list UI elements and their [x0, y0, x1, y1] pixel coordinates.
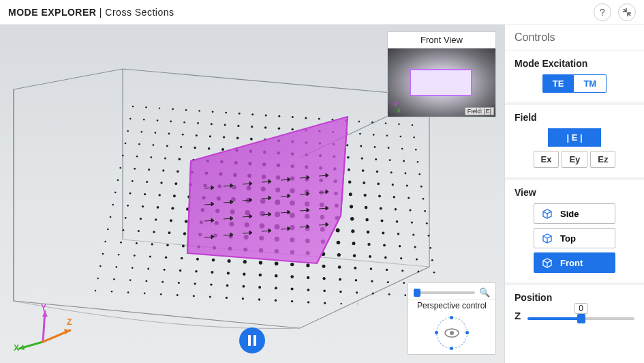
field-mag-button[interactable]: | E | — [548, 128, 600, 147]
svg-point-148 — [349, 192, 352, 196]
view-side-button[interactable]: Side — [534, 203, 615, 224]
pause-button[interactable] — [239, 328, 265, 353]
svg-point-216 — [382, 231, 384, 234]
section-position: Position Z 0 — [505, 285, 644, 332]
svg-point-194 — [381, 219, 384, 222]
svg-point-151 — [393, 196, 395, 198]
svg-point-313 — [178, 282, 180, 284]
svg-point-167 — [305, 201, 309, 206]
zoom-slider[interactable] — [414, 291, 475, 294]
field-ex-button[interactable]: Ex — [534, 151, 559, 168]
svg-point-278 — [322, 265, 326, 268]
svg-point-263 — [431, 259, 433, 261]
svg-point-98 — [262, 162, 266, 166]
svg-marker-385 — [249, 214, 252, 218]
svg-point-195 — [396, 220, 399, 223]
view-top-label: Top — [560, 233, 576, 244]
svg-point-239 — [399, 245, 401, 247]
svg-point-87 — [417, 161, 419, 163]
svg-point-327 — [404, 294, 406, 296]
svg-point-134 — [146, 181, 148, 183]
axis-z-label: Z — [67, 317, 72, 327]
collapse-icon[interactable] — [618, 3, 636, 21]
view-front-button[interactable]: Front — [534, 252, 615, 273]
svg-point-286 — [99, 265, 102, 267]
svg-marker-391 — [307, 208, 309, 212]
page-subtitle: Cross Sections — [105, 7, 174, 18]
svg-point-25 — [170, 121, 172, 123]
svg-point-71 — [194, 147, 196, 149]
svg-point-288 — [132, 267, 134, 269]
svg-point-139 — [218, 184, 222, 188]
svg-marker-361 — [288, 177, 290, 182]
svg-point-302 — [355, 279, 358, 282]
svg-point-102 — [319, 166, 322, 170]
header-actions: ? — [594, 3, 636, 21]
svg-line-384 — [243, 216, 252, 217]
svg-point-75 — [249, 150, 252, 153]
svg-line-362 — [300, 177, 309, 178]
help-icon[interactable]: ? — [594, 3, 611, 21]
view-top-button[interactable]: Top — [534, 228, 615, 248]
svg-point-26 — [183, 121, 185, 124]
svg-point-65 — [415, 149, 417, 151]
svg-point-7 — [225, 112, 227, 114]
svg-point-86 — [403, 160, 405, 162]
svg-point-279 — [338, 265, 341, 269]
svg-point-164 — [260, 199, 266, 204]
field-ez-button[interactable]: Ez — [590, 151, 615, 168]
magnify-icon[interactable]: 🔍 — [479, 287, 490, 297]
position-slider[interactable]: 0 — [527, 308, 634, 322]
svg-point-298 — [290, 275, 294, 278]
svg-point-176 — [112, 204, 114, 206]
mode-te-button[interactable]: TE — [542, 74, 574, 93]
svg-point-226 — [198, 233, 202, 236]
svg-point-337 — [209, 296, 211, 298]
svg-point-246 — [166, 244, 169, 246]
svg-line-374 — [281, 196, 290, 197]
svg-point-227 — [213, 233, 217, 237]
svg-point-310 — [129, 279, 132, 281]
svg-marker-403 — [288, 227, 290, 231]
field-ey-button[interactable]: Ey — [562, 151, 587, 168]
svg-point-155 — [129, 192, 132, 194]
svg-point-221 — [123, 229, 125, 231]
svg-point-268 — [165, 257, 167, 259]
svg-point-281 — [370, 267, 373, 270]
svg-point-177 — [127, 205, 129, 207]
bounding-box — [7, 62, 443, 335]
mode-tm-button[interactable]: TM — [573, 74, 607, 93]
svg-point-245 — [151, 243, 153, 245]
viewport-3d[interactable]: X Y Z Front View ↑Y →X Field: |E| — [0, 25, 504, 363]
svg-marker-375 — [288, 194, 290, 198]
svg-point-79 — [305, 154, 307, 156]
svg-point-238 — [383, 244, 386, 247]
svg-marker-365 — [326, 173, 328, 177]
svg-point-267 — [149, 255, 151, 257]
svg-point-64 — [401, 148, 403, 150]
svg-point-231 — [275, 237, 279, 242]
svg-point-144 — [290, 188, 294, 193]
svg-marker-373 — [269, 196, 271, 200]
svg-point-305 — [403, 282, 405, 284]
inset-canvas[interactable]: ↑Y →X Field: |E| — [388, 48, 495, 117]
svg-point-34 — [292, 128, 294, 130]
svg-point-326 — [388, 293, 390, 295]
svg-point-101 — [305, 165, 308, 169]
svg-point-201 — [155, 218, 157, 220]
svg-point-47 — [168, 133, 170, 135]
svg-point-112 — [148, 169, 150, 171]
svg-point-276 — [290, 263, 294, 266]
svg-point-295 — [243, 273, 245, 276]
svg-point-215 — [367, 231, 370, 234]
svg-point-317 — [243, 285, 245, 288]
svg-point-247 — [182, 245, 185, 248]
svg-point-214 — [351, 229, 354, 233]
svg-point-22 — [129, 118, 131, 119]
svg-point-280 — [354, 267, 356, 270]
svg-point-229 — [244, 235, 249, 239]
svg-line-402 — [281, 229, 290, 229]
svg-point-3 — [172, 108, 174, 111]
svg-line-380 — [204, 220, 214, 221]
orbit-control[interactable] — [436, 317, 467, 349]
